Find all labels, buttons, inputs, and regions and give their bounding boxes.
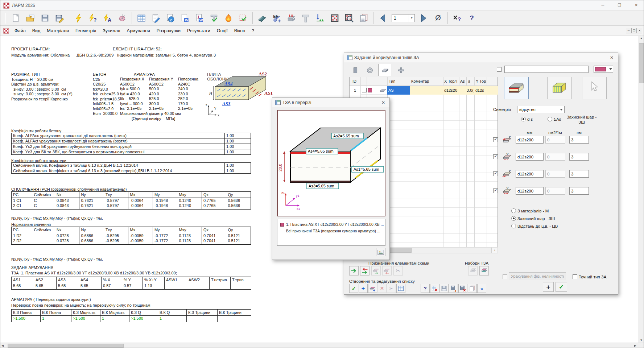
tab-add[interactable] bbox=[395, 65, 407, 75]
menu-item[interactable]: Результати bbox=[184, 26, 214, 36]
radio-distance-cg[interactable] bbox=[511, 224, 516, 228]
row-color-swatch[interactable] bbox=[368, 88, 372, 92]
save-button[interactable] bbox=[38, 12, 52, 25]
maximize-button[interactable]: ❐ bbox=[611, 0, 628, 10]
grid-scroll-right-icon[interactable]: › bbox=[491, 248, 498, 253]
color-combo[interactable] bbox=[594, 66, 613, 73]
duplicate-list-button[interactable] bbox=[468, 284, 477, 293]
prev-element-button[interactable] bbox=[376, 12, 390, 25]
menu-item[interactable]: Армування bbox=[124, 26, 153, 36]
wedge-section-button[interactable] bbox=[255, 12, 269, 25]
save-list-button[interactable] bbox=[439, 284, 449, 293]
bar-yb-cover-input[interactable] bbox=[569, 187, 589, 195]
element-number-combo[interactable]: ▾ bbox=[392, 14, 415, 22]
save-as-button[interactable] bbox=[52, 12, 67, 25]
delete-type-button[interactable]: ✕ bbox=[377, 284, 387, 293]
bar-yb-input[interactable] bbox=[516, 187, 544, 195]
menu-item[interactable]: ? bbox=[248, 26, 257, 36]
menu-item[interactable]: Розрахунки bbox=[153, 26, 184, 36]
fire-resistance-button[interactable] bbox=[221, 12, 236, 25]
row-comment[interactable] bbox=[410, 86, 443, 95]
symmetry-dropdown[interactable]: відсутня bbox=[517, 106, 565, 113]
cut-type-button[interactable]: ✂ bbox=[387, 284, 396, 293]
concrete-block-load-button[interactable] bbox=[284, 12, 298, 25]
reassign-button[interactable] bbox=[360, 266, 370, 276]
element-number-input[interactable] bbox=[392, 15, 409, 21]
child-restore-button[interactable]: ❐ bbox=[631, 28, 637, 33]
add-type-button[interactable]: + bbox=[359, 284, 368, 293]
row-as[interactable] bbox=[459, 86, 466, 95]
vertical-scroll-thumb[interactable] bbox=[639, 43, 644, 83]
filter-checkbox[interactable] bbox=[497, 67, 501, 72]
scroll-down-icon[interactable]: ▼ bbox=[638, 339, 644, 342]
section-dialog-close[interactable]: ✕ bbox=[380, 99, 387, 106]
scroll-up-icon[interactable]: ▲ bbox=[638, 37, 644, 40]
menu-item[interactable]: Зусилля bbox=[99, 26, 123, 36]
radio-cover-layer[interactable] bbox=[511, 216, 516, 221]
word-report-button[interactable]: W bbox=[178, 12, 192, 25]
scroll-left-icon[interactable]: ◀ bbox=[1, 344, 4, 347]
help-button[interactable]: ? bbox=[465, 12, 479, 25]
load-influence-button[interactable] bbox=[313, 12, 327, 25]
menu-item[interactable]: Матеріали bbox=[44, 26, 72, 36]
minimize-button[interactable]: ─ bbox=[595, 0, 611, 10]
sets-save-button[interactable] bbox=[468, 266, 478, 276]
child-minimize-button[interactable]: ─ bbox=[626, 28, 631, 33]
bar-xt-cover-input[interactable] bbox=[569, 136, 589, 144]
export-image-button[interactable] bbox=[376, 248, 385, 256]
next-element-button[interactable] bbox=[416, 12, 431, 25]
types-dialog-titlebar[interactable]: Задання й коригування типів ЗА ✕ bbox=[344, 53, 618, 62]
bar-yt-checkbox[interactable] bbox=[493, 154, 498, 159]
bar-xb-checkbox[interactable] bbox=[493, 171, 498, 176]
menu-item[interactable]: Вид bbox=[29, 26, 44, 36]
apply-button[interactable]: ✓ bbox=[349, 284, 358, 293]
open-project-button[interactable] bbox=[23, 12, 38, 25]
word-numbered-report-button[interactable]: 1W bbox=[192, 12, 207, 25]
add-row-button[interactable]: + bbox=[543, 282, 554, 292]
horizontal-scroll-thumb[interactable] bbox=[8, 344, 124, 348]
child-close-button[interactable]: ✕ bbox=[637, 28, 642, 33]
close-button[interactable]: ✕ bbox=[628, 0, 644, 10]
tables-view-button[interactable] bbox=[134, 12, 149, 25]
assign-button[interactable] bbox=[349, 266, 359, 276]
tab-rings[interactable] bbox=[364, 65, 376, 75]
color-combo-arrow-icon[interactable] bbox=[609, 68, 612, 70]
t-section-check-button[interactable] bbox=[207, 12, 221, 25]
t-section-button[interactable] bbox=[298, 12, 313, 25]
bar-xt-input[interactable] bbox=[516, 136, 544, 144]
horizontal-scrollbar[interactable]: ◀ ▶ bbox=[0, 343, 644, 348]
empty-set-button[interactable]: Ø bbox=[431, 12, 445, 25]
cut-assignment-button[interactable]: ✂ bbox=[393, 266, 403, 276]
menu-item[interactable]: Опції bbox=[214, 26, 231, 36]
fragment-button[interactable] bbox=[327, 12, 342, 25]
grid-row-1[interactable]: 1 AS d12s20 3.0( d12s bbox=[350, 86, 498, 95]
section-dialog-titlebar[interactable]: ТЗА в перерізі ✕ bbox=[272, 98, 389, 107]
radio-sas[interactable] bbox=[548, 117, 552, 121]
bar-yt-input[interactable] bbox=[516, 153, 544, 161]
copy-pages-button[interactable] bbox=[356, 12, 371, 25]
view-solid-button[interactable] bbox=[547, 77, 572, 99]
radio-from-materials[interactable] bbox=[511, 208, 516, 213]
row-ytop[interactable]: d12s bbox=[474, 86, 498, 95]
combo-arrow-icon[interactable]: ▾ bbox=[409, 14, 414, 22]
bar-xt-checkbox[interactable] bbox=[493, 137, 498, 142]
row-checkbox[interactable] bbox=[362, 88, 367, 92]
report-notes-button[interactable] bbox=[149, 12, 163, 25]
list-table-button[interactable] bbox=[396, 284, 405, 293]
types-dialog-close[interactable]: ✕ bbox=[608, 54, 615, 61]
menu-item[interactable]: Файл bbox=[11, 26, 29, 36]
axes-sphere-button[interactable] bbox=[115, 12, 129, 25]
sets-open-button[interactable] bbox=[479, 266, 489, 276]
frame-check-button[interactable] bbox=[236, 12, 250, 25]
calculate-all-button[interactable]: A bbox=[100, 12, 115, 25]
vertical-scrollbar[interactable]: ▲ ▼ bbox=[638, 36, 644, 343]
collapse-button[interactable]: « bbox=[477, 284, 486, 293]
view-layers-button[interactable] bbox=[504, 77, 529, 99]
bar-yt-cover-input[interactable] bbox=[569, 153, 589, 161]
remove-set-button[interactable] bbox=[382, 266, 392, 276]
scroll-right-icon[interactable]: ▶ bbox=[634, 344, 636, 347]
radio-ds[interactable] bbox=[521, 117, 526, 121]
tab-columns[interactable] bbox=[349, 65, 362, 75]
dropdown-arrow-icon[interactable] bbox=[558, 106, 564, 113]
calculate-query-button[interactable]: ? bbox=[86, 12, 100, 25]
